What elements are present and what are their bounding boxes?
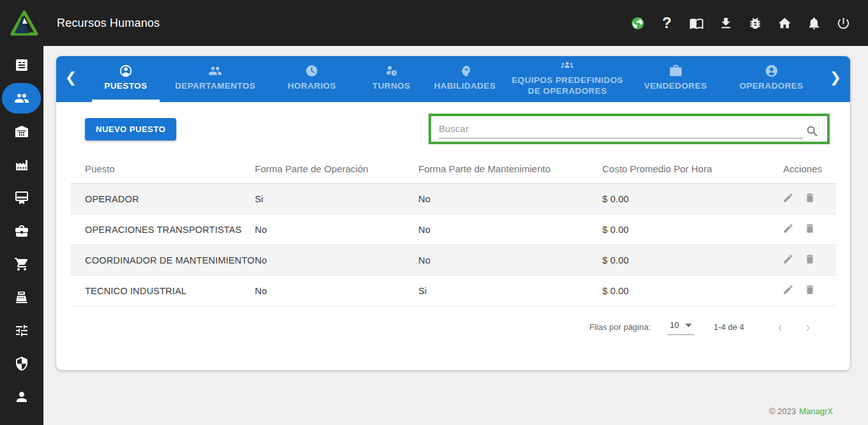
- tabbar: ❮ PUESTOS DEPARTAMENTOS HORARIOS: [56, 56, 850, 102]
- cell-puesto: COORDINADOR DE MANTENIMIENTO: [70, 255, 255, 265]
- people-icon: [14, 91, 29, 106]
- tab-horarios[interactable]: HORARIOS: [264, 56, 359, 102]
- table-row: COORDINADOR DE MANTENIMIENTO No No $ 0.0…: [70, 245, 836, 276]
- cell-costo: $ 0.00: [602, 225, 762, 235]
- header-mantenimiento: Forma Parte de Mantenimiento: [418, 163, 602, 174]
- tab-departamentos[interactable]: DEPARTAMENTOS: [166, 56, 265, 102]
- groups-icon: [560, 59, 574, 72]
- cell-mantenimiento: No: [418, 194, 602, 204]
- power-logout-icon[interactable]: [831, 11, 855, 35]
- tabs-scroll-right-icon[interactable]: ❯: [821, 56, 850, 102]
- edit-pencil-icon[interactable]: [782, 192, 794, 205]
- edit-pencil-icon[interactable]: [782, 253, 794, 267]
- edit-pencil-icon[interactable]: [782, 284, 794, 297]
- delete-trash-icon[interactable]: [804, 253, 816, 267]
- cell-puesto: TECNICO INDUSTRIAL: [70, 286, 255, 296]
- previous-page-icon[interactable]: ‹: [766, 320, 794, 333]
- sidebar-item-settings[interactable]: [0, 314, 43, 347]
- tab-operadores[interactable]: OPERADORES: [722, 56, 821, 102]
- cell-puesto: OPERACIONES TRANSPORTISTAS: [70, 225, 255, 235]
- brand-link[interactable]: ManagrX: [799, 406, 833, 416]
- cell-operacion: No: [255, 225, 418, 235]
- cell-operacion: No: [255, 286, 418, 296]
- person-clock-icon: [385, 64, 399, 78]
- content-card: ❮ PUESTOS DEPARTAMENTOS HORARIOS: [56, 56, 850, 370]
- cell-mantenimiento: No: [418, 255, 602, 265]
- people-icon: [208, 64, 222, 78]
- tab-habilidades[interactable]: HABILIDADES: [423, 56, 506, 102]
- sidebar-item-toolbox[interactable]: [0, 214, 43, 248]
- sidebar-item-security[interactable]: [0, 347, 43, 380]
- main-content: ❮ PUESTOS DEPARTAMENTOS HORARIOS: [43, 46, 868, 425]
- pagination-range: 1-4 de 4: [713, 322, 744, 332]
- tab-vendedores[interactable]: VENDEDORES: [629, 56, 722, 102]
- delete-trash-icon[interactable]: [804, 192, 816, 205]
- app-logo[interactable]: [10, 8, 39, 38]
- shopping-cart-icon: [14, 257, 29, 272]
- cell-puesto: OPERADOR: [70, 194, 255, 204]
- toolbox-icon: [14, 223, 29, 239]
- brain-icon: [458, 64, 472, 78]
- tabs: PUESTOS DEPARTAMENTOS HORARIOS TURNOS: [86, 56, 821, 102]
- clock-icon: [305, 64, 319, 78]
- new-puesto-button[interactable]: NUEVO PUESTO: [85, 118, 176, 140]
- home-icon[interactable]: [772, 11, 796, 35]
- bug-report-icon[interactable]: [743, 11, 767, 35]
- rows-per-page-select[interactable]: 10: [667, 318, 694, 335]
- sidebar-item-newsfeed[interactable]: [0, 48, 43, 82]
- search-field: [431, 119, 827, 144]
- delete-trash-icon[interactable]: [804, 223, 816, 236]
- pagination: Filas por página: 10 1-4 de 4 ‹ ›: [56, 306, 850, 347]
- sidebar-item-factory[interactable]: [0, 148, 43, 181]
- sidebar-item-point-of-sale[interactable]: [0, 281, 43, 314]
- puestos-table: Puesto Forma Parte de Operación Forma Pa…: [70, 154, 836, 306]
- help-icon[interactable]: ?: [655, 11, 679, 35]
- tune-icon: [14, 323, 29, 338]
- cell-mantenimiento: No: [418, 225, 602, 235]
- active-tab-indicator: [92, 100, 160, 102]
- topbar-actions: ?: [625, 11, 868, 35]
- row-actions: [762, 284, 836, 297]
- logo-triangle-icon: [10, 8, 39, 38]
- sidebar-item-human-resources[interactable]: [0, 82, 43, 115]
- cell-costo: $ 0.00: [602, 194, 762, 204]
- sidebar: [0, 46, 43, 425]
- sidebar-item-warehouse[interactable]: [0, 115, 43, 148]
- factory-icon: [14, 157, 29, 172]
- table-row: OPERACIONES TRANSPORTISTAS No No $ 0.00: [70, 214, 836, 245]
- copyright-text: © 2023: [769, 406, 796, 416]
- briefcase-icon: [669, 64, 683, 78]
- tab-equipos-predefinidos[interactable]: EQUIPOS PREDEFINIDOS DE OPERADORES: [506, 56, 628, 102]
- rows-per-page-label: Filas por página:: [590, 322, 651, 332]
- topbar: Recursos Humanos ?: [0, 0, 868, 46]
- download-icon[interactable]: [713, 11, 738, 35]
- sidebar-item-account[interactable]: [0, 380, 43, 414]
- table-row: OPERADOR Si No $ 0.00: [70, 184, 836, 214]
- sidebar-item-certifications[interactable]: [0, 181, 43, 214]
- search-input[interactable]: [439, 123, 803, 134]
- warehouse-icon: [14, 124, 29, 139]
- documentation-book-icon[interactable]: [684, 11, 708, 35]
- edit-pencil-icon[interactable]: [782, 223, 794, 236]
- app-screen: Recursos Humanos ?: [0, 0, 868, 425]
- table-row: TECNICO INDUSTRIAL No Si $ 0.00: [70, 276, 836, 306]
- tab-turnos[interactable]: TURNOS: [359, 56, 423, 102]
- cell-costo: $ 0.00: [602, 286, 762, 296]
- cash-register-icon: [14, 290, 29, 305]
- row-actions: [762, 253, 836, 267]
- cell-operacion: Si: [255, 194, 418, 204]
- footer: © 2023ManagrX: [769, 406, 833, 416]
- tab-puestos[interactable]: PUESTOS: [86, 56, 166, 102]
- account-circle-filled-icon: [765, 64, 779, 78]
- language-globe-icon[interactable]: [625, 11, 650, 35]
- tabs-scroll-left-icon[interactable]: ❮: [56, 56, 86, 102]
- notifications-bell-icon[interactable]: [802, 11, 826, 35]
- delete-trash-icon[interactable]: [804, 284, 816, 297]
- next-page-icon[interactable]: ›: [794, 320, 822, 333]
- header-puesto: Puesto: [70, 163, 255, 174]
- table-header-row: Puesto Forma Parte de Operación Forma Pa…: [70, 154, 836, 184]
- search-icon[interactable]: [805, 124, 819, 138]
- page-title: Recursos Humanos: [57, 17, 160, 30]
- cell-costo: $ 0.00: [602, 255, 762, 265]
- sidebar-item-purchases[interactable]: [0, 248, 43, 281]
